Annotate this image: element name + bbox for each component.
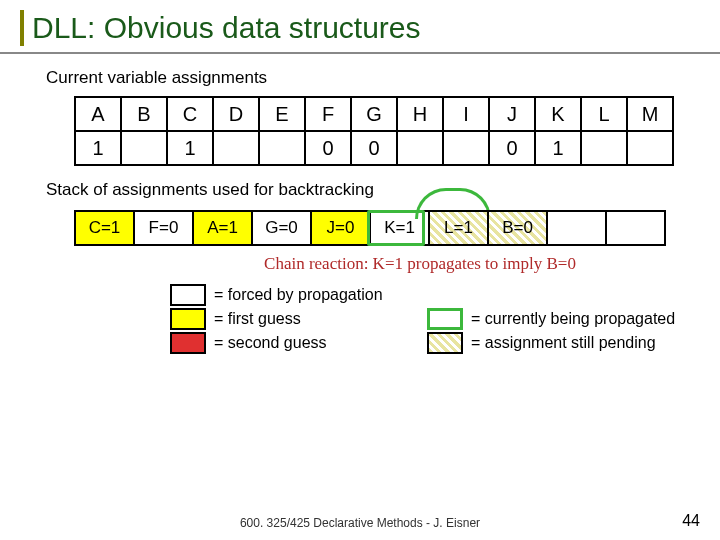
var-header: D xyxy=(213,97,259,131)
stack-cell: K=1 xyxy=(370,211,429,245)
swatch-pending-icon xyxy=(427,332,463,354)
var-value: 1 xyxy=(75,131,121,165)
page-number: 44 xyxy=(682,512,700,530)
var-value xyxy=(443,131,489,165)
var-value xyxy=(259,131,305,165)
chain-reaction-caption: Chain reaction: K=1 propagates to imply … xyxy=(120,254,720,274)
var-header: A xyxy=(75,97,121,131)
subhead-current-vars: Current variable assignments xyxy=(46,68,720,88)
legend-label: = currently being propagated xyxy=(471,310,675,328)
var-value: 0 xyxy=(305,131,351,165)
var-header: J xyxy=(489,97,535,131)
var-value: 0 xyxy=(351,131,397,165)
swatch-second-icon xyxy=(170,332,206,354)
var-header: G xyxy=(351,97,397,131)
swatch-first-icon xyxy=(170,308,206,330)
var-header: M xyxy=(627,97,673,131)
var-header: H xyxy=(397,97,443,131)
stack-cell: F=0 xyxy=(134,211,193,245)
subhead-stack: Stack of assignments used for backtracki… xyxy=(46,180,720,200)
legend-label: = first guess xyxy=(214,310,301,328)
stack-cell: G=0 xyxy=(252,211,311,245)
legend-label: = assignment still pending xyxy=(471,334,656,352)
stack-cell: C=1 xyxy=(75,211,134,245)
legend: = forced by propagation = first guess = … xyxy=(170,282,720,356)
var-header: E xyxy=(259,97,305,131)
var-header: F xyxy=(305,97,351,131)
legend-label: = second guess xyxy=(214,334,327,352)
var-value: 1 xyxy=(167,131,213,165)
var-header: B xyxy=(121,97,167,131)
footer-text: 600. 325/425 Declarative Methods - J. Ei… xyxy=(0,516,720,530)
var-header: C xyxy=(167,97,213,131)
var-header: I xyxy=(443,97,489,131)
var-value: 0 xyxy=(489,131,535,165)
swatch-current-icon xyxy=(427,308,463,330)
var-value xyxy=(121,131,167,165)
var-header: K xyxy=(535,97,581,131)
stack-cell xyxy=(606,211,665,245)
stack-cell xyxy=(547,211,606,245)
stack-cell: L=1 xyxy=(429,211,488,245)
var-value xyxy=(213,131,259,165)
stack-cell: B=0 xyxy=(488,211,547,245)
legend-label: = forced by propagation xyxy=(214,286,383,304)
slide-title: DLL: Obvious data structures xyxy=(32,11,421,44)
var-value: 1 xyxy=(535,131,581,165)
stack-table: C=1 F=0 A=1 G=0 J=0 K=1 L=1 B=0 xyxy=(74,210,666,246)
variables-table: A B C D E F G H I J K L M 1 1 0 0 0 1 xyxy=(74,96,674,166)
stack-cell: A=1 xyxy=(193,211,252,245)
stack-cell: J=0 xyxy=(311,211,370,245)
var-header: L xyxy=(581,97,627,131)
var-value xyxy=(627,131,673,165)
var-value xyxy=(397,131,443,165)
swatch-forced-icon xyxy=(170,284,206,306)
var-value xyxy=(581,131,627,165)
